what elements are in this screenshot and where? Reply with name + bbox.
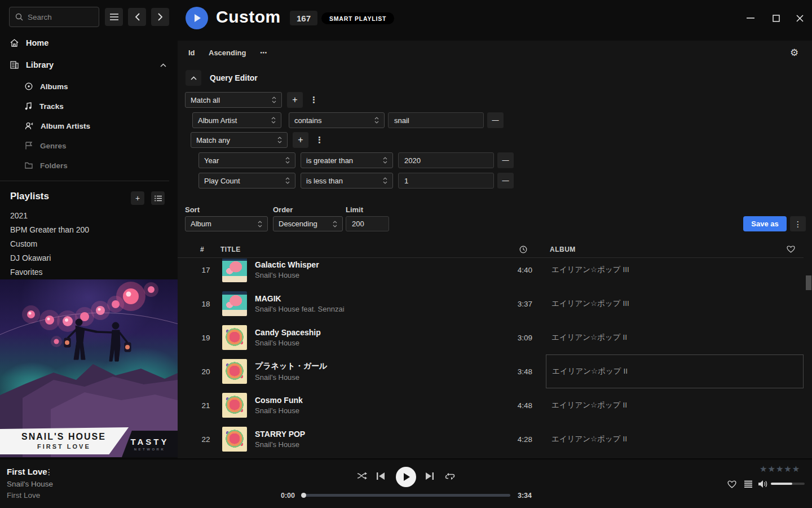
sidebar-item-album-artists[interactable]: Album Artists — [0, 118, 178, 134]
seek-slider[interactable] — [302, 494, 510, 497]
star-icon[interactable]: ★ — [776, 464, 783, 474]
playlist-item[interactable]: DJ Okawari — [10, 251, 51, 265]
search-input[interactable] — [28, 13, 90, 21]
now-playing-title[interactable]: First Love — [7, 467, 47, 476]
star-icon[interactable]: ★ — [784, 464, 791, 474]
track-album[interactable]: エイリアン☆ポップ II — [551, 321, 804, 354]
menu-button[interactable] — [105, 8, 123, 26]
save-as-button[interactable]: Save as — [743, 216, 787, 231]
track-title[interactable]: STARRY POP — [255, 430, 482, 439]
track-album[interactable]: エイリアン☆ポップ III — [551, 259, 804, 287]
track-artist[interactable]: Snail's House feat. Sennzai — [255, 305, 482, 313]
star-icon[interactable]: ★ — [792, 464, 800, 474]
save-menu-button[interactable]: ⋮ — [790, 216, 806, 231]
sort-field-button[interactable]: Id — [188, 49, 195, 57]
sort-direction-button[interactable]: Ascending — [209, 49, 246, 57]
previous-track-button[interactable] — [377, 472, 385, 480]
play-playlist-button[interactable] — [186, 7, 208, 29]
nav-back-button[interactable] — [128, 8, 146, 26]
rating-stars[interactable]: ★ ★ ★ ★ ★ — [760, 464, 800, 474]
track-artist[interactable]: Snail's House — [255, 339, 482, 347]
add-rule-button-2[interactable]: + — [293, 132, 308, 148]
nav-forward-button[interactable] — [151, 8, 169, 26]
playlist-item[interactable]: 2021 — [10, 208, 28, 222]
more-options-button[interactable]: ⋯ — [260, 49, 268, 57]
sort-select[interactable]: Album — [185, 216, 268, 231]
remove-rule-button-3[interactable]: — — [497, 173, 514, 189]
star-icon[interactable]: ★ — [767, 464, 775, 474]
track-album[interactable]: エイリアン☆ポップ II — [551, 388, 804, 422]
track-title[interactable]: プラネット・ガール — [255, 361, 482, 371]
window-close-button[interactable] — [794, 12, 805, 24]
rule-field-select-3[interactable]: Play Count — [198, 173, 295, 189]
now-playing-artist[interactable]: Snail's House — [7, 480, 53, 488]
favorite-heart-button[interactable] — [727, 480, 736, 488]
order-select[interactable]: Descending — [273, 216, 343, 231]
column-header-number[interactable]: # — [200, 246, 204, 253]
shuffle-button[interactable] — [357, 472, 367, 480]
table-row[interactable]: 21 Cosmo FunkSnail's House 4:48 エイリアン☆ポッ… — [178, 388, 804, 422]
track-artist[interactable]: Snail's House — [255, 373, 482, 382]
rule-value-input-2[interactable]: 2020 — [398, 152, 494, 168]
sidebar-item-genres[interactable]: Genres — [0, 138, 178, 154]
group-menu-button-1[interactable]: ⋮ — [310, 95, 318, 105]
favorite-heart-icon[interactable] — [787, 246, 795, 253]
table-row[interactable]: 20 プラネット・ガールSnail's House 3:48 エイリアン☆ポップ… — [178, 354, 804, 388]
rule-operator-select-1[interactable]: contains — [289, 112, 385, 128]
playlist-item[interactable]: Favorites — [10, 265, 43, 279]
rule-field-select-2[interactable]: Year — [198, 152, 295, 168]
track-title[interactable]: Galactic Whisper — [255, 260, 482, 269]
group-menu-button-2[interactable]: ⋮ — [315, 135, 324, 145]
now-playing-artwork[interactable]: SNAIL'S HOUSE FIRST LOVE TASTY NETWORK — [0, 279, 178, 457]
match-type-select-2[interactable]: Match any — [191, 132, 288, 148]
column-header-album[interactable]: ALBUM — [550, 246, 576, 253]
table-row[interactable]: 17 Galactic WhisperSnail's House 4:40 エイ… — [178, 259, 804, 287]
now-playing-menu-button[interactable]: ⋮ — [45, 467, 53, 476]
seek-thumb[interactable] — [301, 493, 306, 498]
playlist-list-button[interactable] — [151, 191, 165, 205]
playlist-item[interactable]: Custom — [10, 237, 37, 251]
rule-value-input-1[interactable]: snail — [388, 112, 484, 128]
playlist-item[interactable]: BPM Greater than 200 — [10, 222, 89, 237]
remove-rule-button-1[interactable]: — — [487, 112, 504, 128]
queue-icon[interactable] — [744, 480, 753, 488]
track-artist[interactable]: Snail's House — [255, 406, 482, 415]
query-editor-collapse-button[interactable] — [186, 70, 201, 86]
sidebar-item-folders[interactable]: Folders — [0, 157, 178, 173]
volume-icon[interactable] — [758, 480, 768, 488]
track-album[interactable]: エイリアン☆ポップ II — [551, 422, 804, 456]
table-row[interactable]: 19 Candy SpaceshipSnail's House 3:09 エイリ… — [178, 321, 804, 354]
play-pause-button[interactable] — [396, 467, 416, 487]
rule-value-input-3[interactable]: 1 — [398, 173, 494, 189]
vertical-scrollbar-thumb[interactable] — [806, 275, 811, 290]
search-box[interactable] — [9, 7, 99, 27]
remove-rule-button-2[interactable]: — — [497, 152, 514, 168]
volume-slider[interactable] — [771, 483, 805, 485]
sidebar-item-albums[interactable]: Albums — [0, 78, 178, 94]
table-row[interactable]: 22 STARRY POPSnail's House 4:28 エイリアン☆ポッ… — [178, 422, 804, 456]
rule-field-select-1[interactable]: Album Artist — [192, 112, 281, 128]
window-maximize-button[interactable] — [770, 12, 782, 24]
track-title[interactable]: Candy Spaceship — [255, 328, 482, 337]
match-type-select-1[interactable]: Match all — [185, 92, 282, 108]
column-header-title[interactable]: TITLE — [220, 246, 241, 253]
settings-gear-icon[interactable]: ⚙ — [790, 47, 798, 59]
chevron-up-icon[interactable] — [160, 63, 166, 67]
repeat-button[interactable] — [445, 472, 455, 480]
sidebar-item-tracks[interactable]: Tracks — [0, 98, 178, 114]
sidebar-item-home[interactable]: Home — [0, 35, 178, 51]
limit-input[interactable]: 200 — [346, 216, 389, 231]
add-playlist-button[interactable]: + — [131, 191, 144, 205]
window-minimize-button[interactable] — [745, 12, 756, 24]
sidebar-item-library[interactable]: Library — [0, 57, 178, 73]
star-icon[interactable]: ★ — [760, 464, 767, 474]
track-artist[interactable]: Snail's House — [255, 440, 482, 449]
track-album-focused-cell[interactable]: エイリアン☆ポップ II — [546, 354, 804, 388]
track-title[interactable]: Cosmo Funk — [255, 396, 482, 405]
duration-clock-icon[interactable] — [519, 246, 527, 253]
track-album[interactable]: エイリアン☆ポップ III — [551, 287, 804, 321]
add-rule-button-1[interactable]: + — [287, 92, 303, 108]
now-playing-album[interactable]: First Love — [7, 491, 40, 500]
rule-operator-select-3[interactable]: is less than — [301, 173, 393, 189]
table-row[interactable]: 18 MAGIKSnail's House feat. Sennzai 3:37… — [178, 287, 804, 321]
